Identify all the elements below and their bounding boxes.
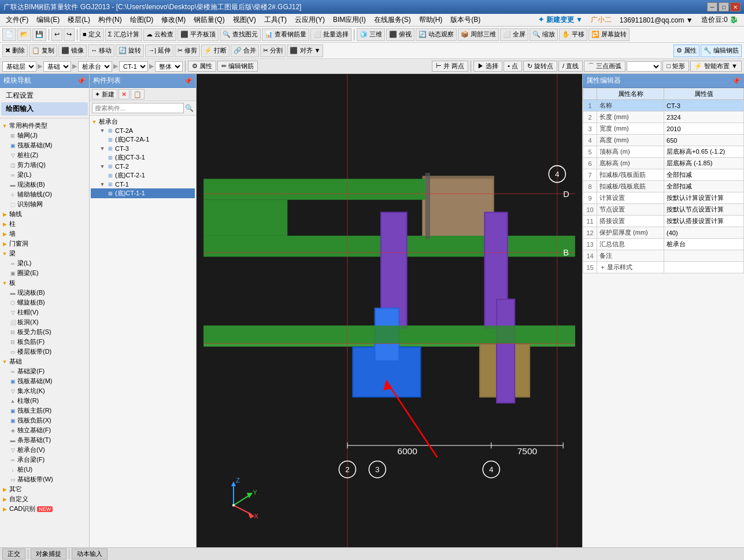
menu-file[interactable]: 文件(F) (2, 14, 32, 26)
tb-trim[interactable]: ✂ 修剪 (175, 44, 200, 57)
tb-local-3d[interactable]: 📦 周部三维 (458, 28, 499, 41)
comp-pile-cap-folder[interactable]: ▼ 桩承台 (91, 117, 195, 127)
search-icon[interactable]: 🔍 (185, 104, 194, 112)
prop-row-7[interactable]: 7 扣减板/筏板面筋 全部扣减 (583, 169, 744, 181)
btn-two-point[interactable]: ⊢ 并 两点 (432, 61, 468, 72)
comp-ct2a-1[interactable]: ⊞ (底)CT-2A-1 (91, 135, 195, 144)
menu-help[interactable]: 帮助(H) (416, 14, 446, 26)
btn-rect[interactable]: □ 矩形 (662, 61, 689, 72)
tb-view-rebar[interactable]: 📊 查看钢筋量 (262, 28, 309, 41)
tb-delete[interactable]: ✖ 删除 (2, 44, 28, 57)
prop-row-1[interactable]: 1 名称 CT-3 (583, 100, 744, 112)
tb-find[interactable]: 🔍 查找图元 (220, 28, 261, 41)
tree-opening-group[interactable]: ▶ 门窗洞 (1, 239, 88, 249)
prop-value-10[interactable]: 按默认节点设置计算 (664, 204, 744, 216)
btn-edit-rebar2[interactable]: ✏ 编辑钢筋 (217, 61, 258, 72)
menu-rebar[interactable]: 钢筋量(Q) (190, 14, 228, 26)
prop-value-12[interactable]: (40) (664, 227, 744, 239)
comp-ct2a[interactable]: ▼ ⊞ CT-2A (91, 127, 195, 135)
tb-cloud-check[interactable]: ☁ 云检查 (143, 28, 176, 41)
status-snap[interactable]: 对象捕捉 (31, 548, 66, 559)
mode-select[interactable]: 整体 (155, 61, 183, 72)
btn-rotate-pt[interactable]: ↻ 旋转点 (523, 61, 557, 72)
tree-cast-slab[interactable]: ▬ 现浇板(B) (1, 288, 88, 298)
menu-online[interactable]: 在线服务(S) (371, 14, 414, 26)
comp-new-btn[interactable]: ✦ 新建 (92, 89, 117, 99)
tree-found-band[interactable]: ▭ 基础板带(W) (1, 474, 88, 484)
component-pin[interactable]: 📌 (184, 77, 193, 85)
tb-rotate[interactable]: 🔁 屏幕旋转 (588, 28, 630, 41)
menu-draw[interactable]: 绘图(D) (127, 14, 157, 26)
minimize-button[interactable]: ─ (707, 2, 717, 12)
prop-value-1[interactable]: CT-3 (664, 100, 744, 112)
tree-beam-group[interactable]: ▼ 梁 (1, 249, 88, 258)
status-orthogonal[interactable]: 正交 (2, 548, 25, 559)
tree-pile[interactable]: ↓ 桩(U) (1, 465, 88, 474)
module-nav-pin[interactable]: 📌 (77, 77, 86, 85)
tb-open[interactable]: 📂 (17, 28, 31, 41)
canvas-area[interactable]: D B 6000 7500 2 3 (197, 74, 582, 547)
comp-delete-btn[interactable]: ✕ (119, 89, 129, 99)
comp-ct2-1[interactable]: ⊞ (底)CT-2-1 (91, 170, 195, 180)
tree-col-group[interactable]: ▶ 柱 (1, 219, 88, 229)
prop-value-6[interactable]: 层底标高 (-1.85) (664, 158, 744, 169)
tree-slab-neg[interactable]: ⊟ 板负筋(F) (1, 337, 88, 347)
prop-value-3[interactable]: 2010 (664, 123, 744, 135)
tb-split[interactable]: ✂ 分割 (260, 44, 286, 57)
tb-top-view[interactable]: ⬛ 俯视 (386, 28, 414, 41)
tb-define[interactable]: ■ 定义 (80, 28, 104, 41)
prop-row-8[interactable]: 8 扣减板/筏板底筋 全部扣减 (583, 181, 744, 192)
tree-cap-beam[interactable]: ═ 承台梁(F) (1, 455, 88, 465)
status-dynamic[interactable]: 动本输入 (72, 548, 108, 559)
tb-extend[interactable]: →| 延伸 (145, 44, 173, 57)
tree-slab-group[interactable]: ▼ 板 (1, 278, 88, 288)
tb-fullscreen[interactable]: ⬜ 全屏 (500, 28, 528, 41)
tb-move[interactable]: ↔ 移动 (88, 44, 114, 57)
tb-copy[interactable]: 📋 复制 (29, 44, 57, 57)
floor-select[interactable]: 基础 (43, 61, 71, 72)
tb-zoom[interactable]: 🔍 缩放 (530, 28, 558, 41)
tree-sump[interactable]: ▽ 集水坑(K) (1, 386, 88, 396)
tree-beam-l[interactable]: ═ 梁(L) (1, 258, 88, 268)
comp-ct3[interactable]: ▼ ⊞ CT-3 (91, 144, 195, 153)
prop-row-11[interactable]: 11 搭接设置 按默认搭接设置计算 (583, 216, 744, 227)
prop-value-11[interactable]: 按默认搭接设置计算 (664, 216, 744, 227)
prop-row-3[interactable]: 3 宽度 (mm) 2010 (583, 123, 744, 135)
btn-point[interactable]: • 点 (504, 61, 522, 72)
prop-value-7[interactable]: 全部扣减 (664, 169, 744, 181)
tree-raft-main[interactable]: ▣ 筏板主筋(R) (1, 406, 88, 416)
tb-3d[interactable]: 🧊 三维 (357, 28, 385, 41)
tb-align[interactable]: ⬛ 对齐 ▼ (287, 44, 323, 57)
menu-coins[interactable]: 造价豆:0 🐉 (698, 14, 742, 26)
prop-row-9[interactable]: 9 计算设置 按默认计算设置计算 (583, 192, 744, 204)
tree-ring-beam[interactable]: ▣ 圈梁(E) (1, 268, 88, 278)
tb-undo[interactable]: ↩ (51, 28, 62, 41)
tree-raft[interactable]: ▣ 筏板基础(M) (1, 140, 88, 150)
tree-other-group[interactable]: ▶ 其它 (1, 484, 88, 494)
tree-beam[interactable]: ═ 梁(L) (1, 170, 88, 180)
comp-ct2[interactable]: ▼ ⊞ CT-2 (91, 162, 195, 170)
tb-rotate-obj[interactable]: 🔄 旋转 (116, 44, 144, 57)
tb-pan[interactable]: ✋ 平移 (559, 28, 587, 41)
prop-value-8[interactable]: 全部扣减 (664, 181, 744, 192)
tree-wall-group[interactable]: ▶ 墙 (1, 229, 88, 239)
nav-project-settings[interactable]: 工程设置 (1, 89, 88, 102)
comp-ct1-1[interactable]: ⊞ (底)CT-1-1 (91, 188, 195, 198)
prop-row-6[interactable]: 6 底标高 (m) 层底标高 (-1.85) (583, 158, 744, 169)
arc-select[interactable] (627, 61, 661, 72)
props-pin[interactable]: 📌 (732, 77, 741, 85)
menu-email[interactable]: 136911801@qq.com ▼ (616, 15, 697, 25)
btn-arc[interactable]: ⌒ 三点画弧 (584, 61, 625, 72)
tree-axis[interactable]: ⊞ 轴网(J) (1, 131, 88, 140)
prop-row-14[interactable]: 14 备注 (583, 250, 744, 262)
menu-new-change[interactable]: ✦ 新建变更 ▼ (535, 14, 586, 26)
prop-row-5[interactable]: 5 顶标高 (m) 层底标高+0.65 (-1.2) (583, 146, 744, 158)
tree-col-base[interactable]: ▲ 柱墩(R) (1, 396, 88, 406)
tree-common-types[interactable]: ▼ 常用构件类型 (1, 121, 88, 131)
btn-line[interactable]: / 直线 (558, 61, 583, 72)
menu-version[interactable]: 版本号(B) (447, 14, 484, 26)
tb-break[interactable]: ⚡ 打断 (201, 44, 230, 57)
menu-component[interactable]: 构件(N) (95, 14, 125, 26)
prop-row-13[interactable]: 13 汇总信息 桩承台 (583, 239, 744, 250)
tb-edit-rebar[interactable]: 🔧 编辑钢筋 (701, 44, 742, 57)
